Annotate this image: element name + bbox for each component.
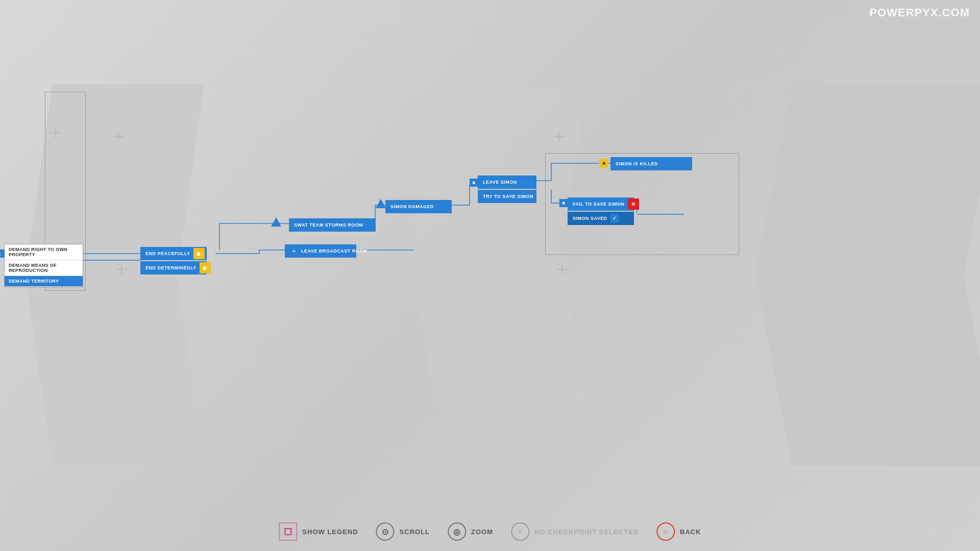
triangle-simon: [376, 199, 386, 208]
demand-territory[interactable]: DEMAND TERRITORY: [5, 276, 83, 287]
show-legend-item[interactable]: SHOW LEGEND: [279, 522, 358, 541]
swat-team-node[interactable]: SWAT TEAM STORMS ROOM: [289, 218, 376, 232]
end-determinedly-icon: ▣: [200, 262, 211, 273]
fail-save-node[interactable]: FAIL TO SAVE SIMON ✕: [568, 197, 634, 211]
simon-killed-panel: ▣ SIMON IS KILLED: [610, 157, 692, 170]
crosshair-5: [557, 264, 567, 274]
leave-simon-label: LEAVE SIMON: [483, 180, 517, 185]
try-save-label: TRY TO SAVE SIMON: [483, 194, 533, 199]
demand-means[interactable]: DEMAND MEANS OF REPRODUCTION: [5, 260, 83, 276]
simon-group-icon: ▣: [470, 179, 478, 187]
chevron-right: [755, 84, 980, 467]
simon-saved-node[interactable]: SIMON SAVED ✓: [568, 212, 634, 225]
simon-choices-panel: LEAVE SIMON TRY TO SAVE SIMON: [478, 176, 536, 203]
scroll-item: ⊙ SCROLL: [376, 522, 430, 541]
panel-left-icon: ▣: [0, 249, 5, 258]
no-checkpoint-label: NO CHECKPOINT SELECTED: [534, 528, 639, 536]
fail-save-panel: FAIL TO SAVE SIMON ✕ SIMON SAVED ✓: [568, 197, 634, 225]
background-decorations: [0, 0, 980, 551]
fail-save-icon: ▣: [559, 199, 568, 207]
leave-broadcast-node[interactable]: ⇒ LEAVE BROADCAST ROOM: [285, 244, 356, 258]
connector-lines: [0, 0, 980, 551]
scroll-icon: ⊙: [376, 522, 395, 541]
scroll-label: SCROLL: [400, 528, 430, 536]
end-determinedly-label: END DETERMINEDLY: [145, 265, 197, 270]
crosshair-3: [554, 132, 564, 142]
end-peacefully-icon: ▣: [193, 248, 205, 259]
simon-damaged-label: SIMON DAMAGED: [390, 204, 434, 209]
back-label: BACK: [680, 528, 701, 536]
leave-simon-node[interactable]: LEAVE SIMON: [478, 176, 536, 189]
simon-killed-label: SIMON IS KILLED: [616, 161, 658, 166]
demand-right-property[interactable]: DEMAND RIGHT TO OWN PROPERTY: [5, 244, 83, 260]
simon-damaged-node[interactable]: SIMON DAMAGED: [385, 200, 452, 213]
show-legend-icon[interactable]: [279, 522, 297, 541]
show-legend-label: SHOW LEGEND: [302, 528, 358, 536]
simon-killed-icon: ▣: [599, 159, 608, 168]
simon-saved-check: ✓: [610, 214, 619, 222]
crosshair-2: [113, 132, 124, 142]
fail-save-label: FAIL TO SAVE SIMON: [573, 202, 625, 207]
end-peacefully-label: END PEACEFULLY: [145, 251, 190, 256]
back-item[interactable]: ○ BACK: [656, 522, 701, 541]
zoom-item: ◎ ZOOM: [448, 522, 493, 541]
zoom-label: ZOOM: [471, 528, 493, 536]
watermark: POWERPYX.COM: [869, 6, 970, 19]
no-checkpoint-item: ✕ NO CHECKPOINT SELECTED: [511, 522, 639, 541]
triangle-swat: [271, 217, 281, 227]
leave-broadcast-icon: ⇒: [290, 247, 298, 255]
fail-x-icon: ✕: [628, 198, 639, 210]
crosshair-4: [116, 264, 127, 274]
end-peacefully-node[interactable]: END PEACEFULLY ▣ END DETERMINEDLY ▣: [140, 247, 207, 274]
demand-panel: ▣ DEMAND RIGHT TO OWN PROPERTY DEMAND ME…: [4, 244, 83, 287]
back-icon[interactable]: ○: [656, 522, 675, 541]
leave-broadcast-label: LEAVE BROADCAST ROOM: [301, 248, 368, 254]
bottom-toolbar: SHOW LEGEND ⊙ SCROLL ◎ ZOOM ✕ NO CHECKPO…: [279, 522, 701, 541]
simon-killed-node[interactable]: SIMON IS KILLED: [610, 157, 692, 170]
swat-storms-label: SWAT TEAM STORMS ROOM: [294, 222, 363, 228]
zoom-icon: ◎: [448, 522, 466, 541]
simon-saved-label: SIMON SAVED: [573, 216, 607, 221]
no-checkpoint-icon: ✕: [511, 522, 529, 541]
try-save-simon-node[interactable]: TRY TO SAVE SIMON: [478, 190, 536, 203]
